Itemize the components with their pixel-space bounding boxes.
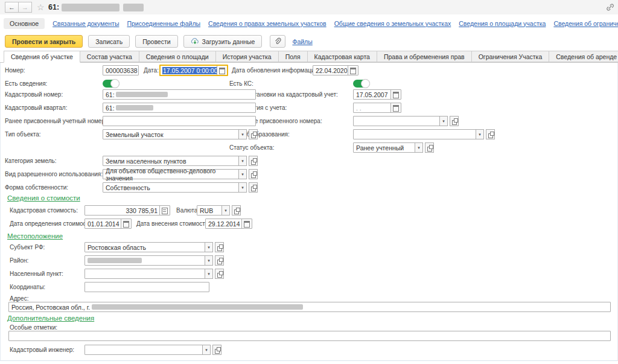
open-link-icon[interactable] [425,142,434,153]
open-link-icon[interactable] [232,205,241,216]
date-label: Дата: [144,67,159,74]
district-combo[interactable] [84,255,205,266]
date-input[interactable]: 17.05.2007 0:00:00 [159,65,228,76]
nav-item-main[interactable]: Основное [4,18,45,29]
save-button[interactable]: Записать [88,35,130,48]
dropdown-arrow-icon[interactable]: ▾ [238,129,247,139]
permitted-use-combo[interactable]: Для объектов общественно-делового значен… [103,169,239,179]
calculator-icon[interactable] [159,206,170,215]
dropdown-arrow-icon[interactable]: ▾ [205,255,213,266]
nav-link-land-rights[interactable]: Сведения о правах земельных участков [208,20,327,27]
info-updated-input[interactable]: 22.04.2020 [313,65,358,75]
back-button[interactable]: ← [5,2,19,13]
previous-number-type-combo[interactable] [353,116,440,126]
get-link-icon[interactable] [605,2,616,12]
nav-link-restrictions-info[interactable]: Сведения об ограничении прав [553,20,618,27]
special-notes-input[interactable] [8,331,611,341]
load-data-button[interactable]: Загрузить данные [183,35,263,48]
open-link-icon[interactable] [215,242,224,252]
cost-entry-date-label: Дата внесения стоимости: [136,220,210,227]
section-additional[interactable]: Дополнительные сведения [7,315,94,322]
back-arrow-icon: ← [8,4,15,11]
calendar-icon[interactable] [217,66,227,75]
attachments-button[interactable] [270,35,285,48]
open-link-icon[interactable] [212,345,221,355]
tab-parcel-history[interactable]: История участка [215,51,279,62]
coordinates-input[interactable] [84,282,209,292]
formation-method-combo[interactable] [353,129,476,139]
has-info-toggle[interactable] [103,80,118,88]
post-and-close-button[interactable]: Провести и закрыть [5,35,83,48]
tab-fields[interactable]: Поля [278,51,308,62]
open-link-icon[interactable] [486,129,495,139]
region-combo[interactable]: Ростовская область [84,242,205,252]
tab-cadastral-map[interactable]: Кадастровая карта [307,51,377,62]
tab-area-info[interactable]: Сведения о площади [139,51,216,62]
tab-lease-info[interactable]: Сведения об аренде [549,51,618,62]
dropdown-arrow-icon[interactable]: ▾ [415,142,423,153]
open-link-icon[interactable] [215,255,224,266]
tab-rights-encumbrances[interactable]: Права и обременения прав [377,51,472,62]
dropdown-arrow-icon[interactable]: ▾ [205,242,213,252]
registration-date-input[interactable]: 17.05.2007 [353,89,401,100]
settlement-combo[interactable] [84,269,205,279]
special-notes-label: Особые отметки: [10,324,57,331]
forward-button[interactable]: → [18,2,32,13]
calendar-icon[interactable] [241,219,252,228]
cadastral-engineer-label: Кадастровый инженер: [10,346,74,353]
section-nav: Основное Связанные документы Присоединен… [0,14,618,32]
currency-combo[interactable]: RUB [197,205,222,216]
number-label: Номер: [5,67,25,74]
section-location[interactable]: Местоположение [7,232,63,240]
open-link-icon[interactable] [249,129,258,139]
calendar-icon[interactable] [390,103,401,112]
open-link-icon[interactable] [249,182,258,193]
cost-entry-date-input[interactable]: 29.12.2014 [205,219,252,229]
land-category-combo[interactable]: Земли населенных пунктов [103,156,239,166]
cadastral-engineer-combo[interactable] [84,345,203,355]
dropdown-arrow-icon[interactable]: ▾ [205,269,213,279]
object-status-combo[interactable]: Ранее учтенный [353,142,415,153]
favorites-star-icon[interactable]: ☆ [37,2,45,13]
nav-link-general-land-info[interactable]: Общие сведения о земельных участках [334,20,451,27]
has-ks-toggle[interactable] [353,80,369,88]
tab-parcel-info[interactable]: Сведения об участке [4,51,80,63]
dropdown-arrow-icon[interactable]: ▾ [439,116,448,126]
dropdown-arrow-icon[interactable]: ▾ [221,205,230,216]
dropdown-arrow-icon[interactable]: ▾ [202,345,211,355]
object-type-combo[interactable]: Земельный участок [103,129,239,139]
redacted-text [88,258,142,263]
cadastral-number-input[interactable]: 61: [103,89,256,100]
files-link[interactable]: Файлы [292,38,312,45]
calendar-icon[interactable] [390,90,401,99]
previous-number-input[interactable] [103,116,256,126]
cadastral-quarter-input[interactable]: 61: [103,103,256,113]
tab-parcel-restrictions[interactable]: Ограничения Участка [471,51,550,62]
page-title: 61: [48,3,59,11]
nav-link-area-info[interactable]: Сведения о площади участка [459,20,546,27]
address-label: Адрес: [10,295,28,302]
post-button[interactable]: Провести [135,35,177,48]
open-link-icon[interactable] [450,116,459,126]
previous-number-label: Ранее присвоенный учетный номер: [5,118,107,124]
section-cost[interactable]: Сведения о стоимости [7,194,80,202]
calendar-icon[interactable] [348,66,358,75]
cost-determination-date-input[interactable]: 01.01.2014 [84,219,132,229]
open-link-icon[interactable] [249,156,258,166]
open-link-icon[interactable] [215,269,224,279]
nav-link-attached-files[interactable]: Присоединенные файлы [127,20,200,27]
calendar-icon[interactable] [121,219,131,228]
dropdown-arrow-icon[interactable]: ▾ [238,169,247,179]
deregistration-date-input[interactable]: . . [353,103,401,113]
cadastral-cost-input[interactable]: 330 785,91 [84,205,170,216]
nav-link-related-documents[interactable]: Связанные документы [53,20,119,27]
tab-parcel-composition[interactable]: Состав участка [80,51,139,62]
dropdown-arrow-icon[interactable]: ▾ [238,156,247,166]
open-link-icon[interactable] [249,169,258,179]
dropdown-arrow-icon[interactable]: ▾ [238,182,247,193]
dropdown-arrow-icon[interactable]: ▾ [476,129,484,139]
number-input[interactable]: 000003638 [103,65,139,75]
forward-arrow-icon: → [22,4,28,11]
ownership-form-combo[interactable]: Собственность [103,182,239,193]
address-input[interactable]: Россия, Ростовская обл., г. [8,302,611,312]
